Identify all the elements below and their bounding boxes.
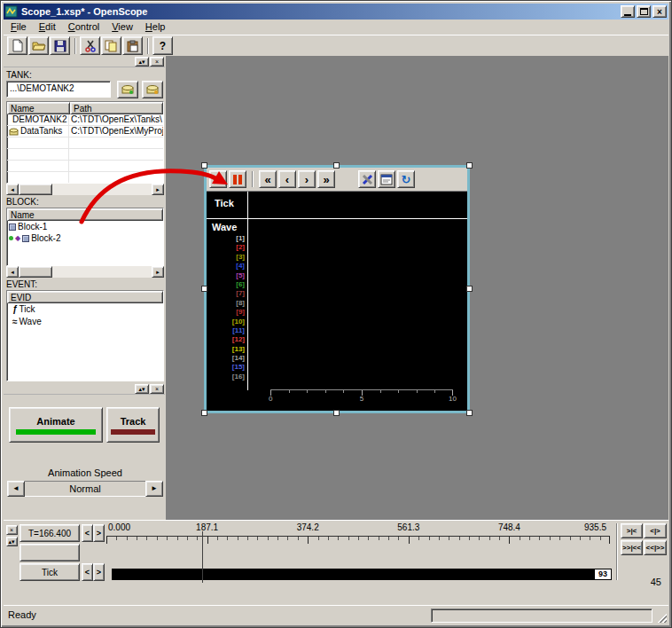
scrollbar-track[interactable]: [52, 184, 152, 195]
table-row[interactable]: DataTanks C:\TDT\OpenEx\MyProj: [7, 126, 163, 137]
tick-step-forward-button[interactable]: >: [93, 563, 105, 581]
save-button[interactable]: [50, 36, 70, 55]
table-row[interactable]: Block-1: [7, 221, 163, 232]
tick-track-button[interactable]: Tick: [20, 563, 80, 581]
cut-button[interactable]: [80, 36, 100, 55]
selection-handle-w[interactable]: [201, 286, 207, 292]
open-button[interactable]: [28, 36, 49, 55]
selection-handle-se[interactable]: [466, 410, 473, 416]
tank-name: DEMOTANK2: [12, 114, 67, 125]
paste-button[interactable]: [122, 36, 143, 55]
resize-grip-icon[interactable]: [655, 611, 667, 623]
column-header-path[interactable]: Path: [70, 102, 163, 114]
timeline-cursor[interactable]: [202, 531, 203, 583]
time-display[interactable]: T=166.400: [20, 524, 80, 542]
menu-view[interactable]: View: [105, 20, 139, 35]
speed-value: Normal: [25, 481, 145, 497]
tick-step-back-button[interactable]: <: [82, 563, 93, 581]
scope-widget-window[interactable]: ▶ « ‹ › »: [204, 165, 470, 413]
seek-center-fast-button[interactable]: >>|<<: [621, 540, 643, 555]
scope-toolbar: ▶ « ‹ › »: [207, 168, 467, 192]
new-tank-button[interactable]: [142, 81, 163, 98]
help-button[interactable]: ?: [152, 36, 173, 55]
play-button[interactable]: ▶: [209, 170, 227, 188]
pause-button[interactable]: [229, 170, 246, 188]
spacer-button[interactable]: [20, 544, 80, 561]
menu-bar: File Edit Control View Help: [4, 20, 668, 35]
table-row[interactable]: ≈ Wave: [7, 316, 163, 328]
scrollbar-thumb[interactable]: [19, 266, 52, 278]
ruler-label: 561.3: [397, 522, 419, 532]
minimize-button[interactable]: [621, 5, 635, 18]
panel-close-button[interactable]: ×: [150, 57, 164, 67]
title-bar[interactable]: Scope_1.xsp* - OpenScope ×: [4, 4, 668, 20]
timeline-strip: × ▴▾: [5, 525, 18, 578]
setup-button[interactable]: [358, 170, 376, 188]
table-row[interactable]: ◆ Block-2: [7, 232, 163, 244]
scroll-right-icon[interactable]: ▸: [152, 184, 164, 195]
tick-event-bar[interactable]: 93: [112, 569, 612, 580]
properties-button[interactable]: [378, 170, 395, 188]
time-step-back-button[interactable]: <: [82, 524, 93, 542]
design-surface[interactable]: ▶ « ‹ › »: [167, 56, 668, 520]
seek-center-button[interactable]: >|<: [621, 523, 643, 538]
step-forward-button[interactable]: ›: [298, 170, 316, 188]
properties-icon: [380, 174, 393, 185]
panel-collapse-button[interactable]: ▴▾: [6, 537, 18, 546]
menu-file[interactable]: File: [4, 20, 33, 35]
expand-button[interactable]: <|>: [644, 523, 667, 538]
scrollbar-track[interactable]: [52, 266, 152, 278]
timeline-divider: [616, 523, 618, 580]
step-back-button[interactable]: ‹: [278, 170, 296, 188]
speed-increase-icon[interactable]: ►: [145, 481, 163, 497]
track-indicator: [111, 429, 155, 435]
maximize-button[interactable]: [637, 5, 651, 18]
panel-collapse-button[interactable]: ▴▾: [135, 384, 149, 394]
ruler-minor-ticks: [106, 537, 610, 540]
wave-event-icon: ≈: [12, 317, 18, 327]
column-header-evid[interactable]: EVID: [7, 291, 163, 303]
column-header-name[interactable]: Name: [7, 208, 163, 221]
block-table-scrollbar[interactable]: ◂ ▸: [6, 266, 164, 278]
go-last-button[interactable]: »: [317, 170, 335, 188]
scroll-left-icon[interactable]: ◂: [6, 266, 19, 278]
table-row-empty: [7, 137, 163, 149]
channel-label: [16]: [207, 373, 245, 381]
refresh-button[interactable]: ↻: [397, 170, 415, 188]
selection-handle-nw[interactable]: [201, 162, 207, 169]
menu-edit[interactable]: Edit: [33, 20, 62, 35]
track-button[interactable]: Track: [106, 407, 160, 443]
scroll-left-icon[interactable]: ◂: [6, 184, 19, 195]
time-step-forward-button[interactable]: >: [93, 524, 105, 542]
scrollbar-thumb[interactable]: [19, 184, 52, 195]
close-button[interactable]: ×: [652, 5, 667, 18]
ruler-label: 187.1: [196, 522, 218, 532]
selection-handle-e[interactable]: [466, 286, 473, 292]
speed-decrease-icon[interactable]: ◄: [7, 481, 25, 497]
scope-plot[interactable]: Tick Wave [1] [2] [3] [4] [5] [6] [7] [8…: [207, 192, 467, 411]
selection-handle-n[interactable]: [333, 162, 340, 169]
panel-close-button[interactable]: ×: [150, 384, 164, 394]
go-first-button[interactable]: «: [259, 170, 277, 188]
animate-button[interactable]: Animate: [9, 407, 103, 443]
table-row[interactable]: ƒ Tick: [7, 303, 163, 316]
copy-button[interactable]: [101, 36, 121, 55]
expand-fast-button[interactable]: <<|>>: [644, 540, 667, 555]
table-row[interactable]: DEMOTANK2 C:\TDT\OpenEx\Tanks\: [7, 114, 163, 126]
tank-table-scrollbar[interactable]: ◂ ▸: [6, 184, 164, 195]
timeline-ruler[interactable]: 0.000 187.1 374.2 561.3 748.4 935.5: [106, 522, 610, 563]
selection-handle-sw[interactable]: [201, 410, 207, 416]
tank-selector-field[interactable]: ...\DEMOTANK2: [6, 81, 111, 98]
event-table-header: EVID: [7, 291, 163, 303]
panel-collapse-button[interactable]: ▴▾: [135, 57, 149, 67]
new-button[interactable]: [7, 36, 27, 55]
column-header-name[interactable]: Name: [7, 102, 70, 114]
selection-handle-ne[interactable]: [466, 162, 473, 169]
x-axis: 0 5 10: [270, 389, 453, 401]
panel-close-button[interactable]: ×: [6, 525, 18, 535]
menu-help[interactable]: Help: [139, 20, 172, 35]
scroll-right-icon[interactable]: ▸: [152, 266, 164, 278]
browse-tank-button[interactable]: [117, 81, 138, 98]
menu-control[interactable]: Control: [62, 20, 105, 35]
selection-handle-s[interactable]: [333, 410, 340, 416]
